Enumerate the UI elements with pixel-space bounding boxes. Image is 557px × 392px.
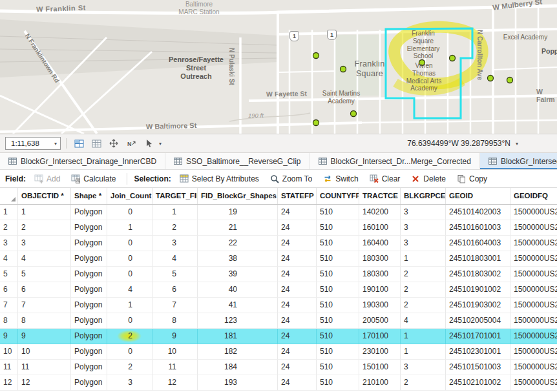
row-number-cell[interactable]: 12 [0, 375, 18, 391]
select-all-corner[interactable] [0, 188, 18, 204]
table-cell[interactable]: 1500000US245101803001 [510, 251, 557, 267]
table-cell[interactable]: 24 [278, 251, 317, 267]
table-cell[interactable]: 1 [107, 220, 152, 236]
table-cell[interactable]: 1 [401, 344, 446, 360]
table-cell[interactable]: 10 [152, 344, 198, 360]
table-cell[interactable]: 2 [18, 220, 71, 236]
table-cell[interactable]: 11 [18, 360, 71, 375]
table-cell[interactable]: 1 [401, 329, 446, 344]
table-cell[interactable]: Polygon [71, 282, 107, 298]
school-point[interactable] [507, 77, 513, 83]
table-cell[interactable]: 210100 [359, 375, 401, 391]
column-header[interactable]: TARGET_FID [152, 188, 198, 204]
column-header[interactable]: TRACTCE [359, 188, 401, 204]
table-cell[interactable]: 1500000US245101701001 [510, 329, 557, 344]
row-number-cell[interactable]: 9 [0, 329, 18, 344]
table-cell[interactable]: 1500000US245102301001 [510, 344, 557, 360]
table-cell[interactable]: 510 [317, 329, 359, 344]
school-point[interactable] [488, 76, 494, 81]
column-header[interactable]: BLKGRPCE [401, 188, 446, 204]
table-cell[interactable]: 245101501003 [446, 360, 510, 375]
table-cell[interactable]: 182 [198, 344, 278, 360]
column-header[interactable]: Join_Count [107, 188, 152, 204]
table-cell[interactable]: 190300 [359, 298, 401, 313]
table-cell[interactable]: 160400 [359, 236, 401, 251]
pointer-icon[interactable] [142, 136, 156, 150]
table-cell[interactable]: 245101803002 [446, 267, 510, 282]
table-cell[interactable]: 180300 [359, 267, 401, 282]
table-cell[interactable]: 245101402003 [446, 205, 510, 220]
table-cell[interactable]: 0 [107, 236, 152, 251]
selection-grid-icon[interactable] [72, 136, 86, 150]
table-cell[interactable]: 2 [401, 375, 446, 391]
chevron-down-icon[interactable]: ▾ [516, 141, 518, 147]
clear-selection-button[interactable]: Clear [365, 172, 405, 185]
table-cell[interactable]: Polygon [71, 298, 107, 313]
table-cell[interactable]: 24 [278, 360, 317, 375]
table-cell[interactable]: 2 [401, 267, 446, 282]
table-cell[interactable]: 24 [278, 329, 317, 344]
table-cell[interactable]: 5 [152, 267, 198, 282]
table-cell[interactable]: 10 [18, 344, 71, 360]
table-row[interactable]: 55Polygon0539245101803002245101803002150… [0, 267, 557, 282]
table-cell[interactable]: 40 [198, 282, 278, 298]
table-cell[interactable]: 24 [278, 344, 317, 360]
row-number-cell[interactable]: 11 [0, 360, 18, 375]
table-cell[interactable]: 3 [401, 236, 446, 251]
table-cell[interactable]: 510 [317, 251, 359, 267]
table-cell[interactable]: 11 [152, 360, 198, 375]
table-cell[interactable]: Polygon [71, 251, 107, 267]
table-cell[interactable]: 230100 [359, 344, 401, 360]
table-cell[interactable]: 245102005004 [446, 313, 510, 329]
column-header[interactable]: GEOID [446, 188, 510, 204]
table-row[interactable]: 1010Polygon01018224510230100124510230100… [0, 344, 557, 360]
table-cell[interactable]: 4 [18, 251, 71, 267]
table-cell[interactable]: Polygon [71, 205, 107, 220]
table-cell[interactable]: 0 [107, 313, 152, 329]
table-cell[interactable]: 245101903002 [446, 298, 510, 313]
table-tab[interactable]: BlockGr_Intersect_Drainage_InnerCBD [0, 153, 165, 169]
table-cell[interactable]: 510 [317, 236, 359, 251]
table-cell[interactable]: 0 [107, 344, 152, 360]
table-cell[interactable]: 41 [198, 298, 278, 313]
table-cell[interactable]: 12 [152, 375, 198, 391]
copy-button[interactable]: Copy [452, 172, 492, 185]
table-cell[interactable]: 38 [198, 251, 278, 267]
table-cell[interactable]: 1500000US245101903002 [510, 298, 557, 313]
table-cell[interactable]: 24 [278, 236, 317, 251]
zoom-to-button[interactable]: Zoom To [266, 172, 317, 185]
table-cell[interactable]: 190100 [359, 282, 401, 298]
column-header[interactable]: OBJECTID * [18, 188, 71, 204]
table-cell[interactable]: 3 [401, 360, 446, 375]
column-header[interactable]: COUNTYFP [317, 188, 359, 204]
table-cell[interactable]: 140200 [359, 205, 401, 220]
table-cell[interactable]: 39 [198, 267, 278, 282]
table-cell[interactable]: 4 [152, 251, 198, 267]
table-row[interactable]: 22Polygon1221245101601003245101601003150… [0, 220, 557, 236]
table-cell[interactable]: 245101803001 [446, 251, 510, 267]
table-cell[interactable]: 1500000US245101604003 [510, 236, 557, 251]
table-cell[interactable]: 1 [107, 298, 152, 313]
row-number-cell[interactable]: 2 [0, 220, 18, 236]
table-cell[interactable]: 6 [152, 282, 198, 298]
row-number-cell[interactable]: 1 [0, 205, 18, 220]
table-cell[interactable]: Polygon [71, 267, 107, 282]
table-cell[interactable]: 1 [401, 251, 446, 267]
table-cell[interactable]: 19 [198, 205, 278, 220]
table-row[interactable]: 99Polygon2918124510170100124510170100115… [0, 329, 557, 344]
table-cell[interactable]: 510 [317, 205, 359, 220]
row-number-cell[interactable]: 3 [0, 236, 18, 251]
table-cell[interactable]: 2 [107, 360, 152, 375]
table-cell[interactable]: 1 [18, 205, 71, 220]
delete-button[interactable]: Delete [406, 172, 450, 185]
table-cell[interactable]: 9 [152, 329, 198, 344]
school-point[interactable] [351, 111, 357, 117]
table-grid-icon[interactable] [89, 136, 103, 150]
table-cell[interactable]: 193 [198, 375, 278, 391]
table-row[interactable]: 11Polygon0119245101402003245101402003150… [0, 205, 557, 220]
table-cell[interactable]: 8 [152, 313, 198, 329]
table-cell[interactable]: 1500000US245101501003 [510, 360, 557, 375]
table-row[interactable]: 77Polygon1741245101903002245101903002150… [0, 298, 557, 313]
table-cell[interactable]: Polygon [71, 313, 107, 329]
table-cell[interactable]: 7 [18, 298, 71, 313]
